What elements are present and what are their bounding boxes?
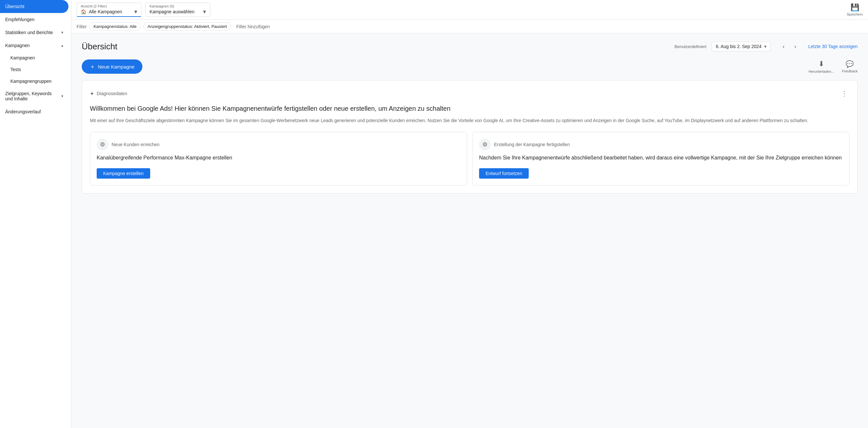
- topbar: Ansicht (2 Filter) 🏠 Alle Kampagnen ▾ Ka…: [71, 0, 868, 20]
- new-campaign-button[interactable]: ＋ Neue Kampagne: [82, 59, 143, 74]
- campaign-select-dropdown[interactable]: Kampagnen (0) Kampagne auswählen ▾: [145, 3, 210, 17]
- action-icons: ⬇ Herunterladen... 💬 Feedback: [809, 60, 858, 74]
- sidebar-sub-label: Kampagnen: [10, 55, 35, 60]
- sidebar-sub-label: Tests: [10, 67, 21, 72]
- dropdown1-value: Alle Kampagnen: [89, 9, 122, 14]
- add-filter-button[interactable]: Filter hinzufügen: [234, 23, 273, 31]
- date-range-picker[interactable]: 6. Aug bis 2. Sep 2024 ▾: [712, 41, 771, 51]
- feedback-label: Feedback: [842, 69, 858, 73]
- chevron-down-icon: ▾: [61, 30, 63, 35]
- sub-card-title-2: Nachdem Sie Ihre Kampagnenentwürfe absch…: [479, 154, 843, 162]
- diagnose-header: ✦ Diagnosedaten ⋮: [90, 88, 849, 99]
- chevron-down-icon: ▾: [61, 94, 63, 98]
- sidebar-item-label: Empfehlungen: [5, 17, 34, 22]
- feedback-button[interactable]: 💬 Feedback: [842, 60, 858, 73]
- dropdown-arrow-icon: ▾: [203, 8, 206, 15]
- date-picker-arrow-icon: ▾: [764, 44, 767, 49]
- dropdown-arrow-icon: ▾: [134, 8, 137, 15]
- diagnose-section-label: Diagnosedaten: [97, 91, 127, 96]
- sidebar-item-statistiken[interactable]: Statistiken und Berichte ▾: [0, 26, 68, 39]
- filter-label: Filter: [76, 24, 87, 29]
- sidebar: Übersicht Empfehlungen Statistiken und B…: [0, 0, 71, 428]
- chevron-up-icon: ▴: [61, 43, 63, 48]
- sub-card-new-customers: ⚙ Neue Kunden erreichen Kanalübergreifen…: [90, 132, 467, 185]
- save-icon: 💾: [850, 3, 859, 12]
- new-campaign-label: Neue Kampagne: [98, 64, 134, 69]
- sidebar-item-label: Zielgruppen, Keywords und Inhalte: [5, 91, 59, 101]
- last-30-days-link[interactable]: Letzte 30 Tage anzeigen: [808, 44, 858, 49]
- download-icon: ⬇: [818, 60, 824, 68]
- content-area: Übersicht Benutzerdefiniert 6. Aug bis 2…: [71, 33, 868, 428]
- plus-icon: ＋: [90, 63, 95, 70]
- home-icon: 🏠: [81, 9, 86, 14]
- more-options-button[interactable]: ⋮: [839, 88, 849, 99]
- sidebar-sub-item-tests[interactable]: Tests: [0, 64, 68, 75]
- filter-chip-anzeigengruppenstatus[interactable]: Anzeigengruppenstatus: Aktiviert, Pausie…: [143, 22, 231, 31]
- sub-card-finish-draft: ⚙ Erstellung der Kampagne fertigstellen …: [472, 132, 849, 185]
- sidebar-item-empfehlungen[interactable]: Empfehlungen: [0, 13, 68, 26]
- dropdown1-label: Ansicht (2 Filter): [81, 4, 137, 8]
- save-label: Speichern: [846, 12, 863, 16]
- sidebar-item-zielgruppen[interactable]: Zielgruppen, Keywords und Inhalte ▾: [0, 87, 68, 105]
- diagnose-card: ✦ Diagnosedaten ⋮ Willkommen bei Google …: [82, 80, 858, 194]
- date-custom-label: Benutzerdefiniert: [675, 44, 707, 49]
- sidebar-sub-item-kampagnen[interactable]: Kampagnen: [0, 52, 68, 64]
- diagnose-main-title: Willkommen bei Google Ads! Hier können S…: [90, 104, 849, 113]
- filterbar: Filter Kampagnenstatus: Alle Anzeigengru…: [71, 20, 868, 33]
- main-content: Ansicht (2 Filter) 🏠 Alle Kampagnen ▾ Ka…: [71, 0, 868, 428]
- dropdown-underline: [77, 16, 141, 17]
- sub-card-title-1: Kanalübergreifende Performance Max-Kampa…: [97, 154, 460, 162]
- sidebar-item-kampagnen[interactable]: Kampagnen ▴: [0, 39, 68, 52]
- download-label: Herunterladen...: [809, 69, 834, 74]
- sidebar-item-uebersicht[interactable]: Übersicht: [0, 0, 68, 13]
- diagnose-description: Mit einer auf Ihre Geschäftsziele abgest…: [90, 117, 849, 124]
- sub-card-icon-2: ⚙: [479, 139, 491, 150]
- save-button[interactable]: 💾 Speichern: [846, 3, 863, 16]
- sidebar-item-label: Statistiken und Berichte: [5, 30, 53, 35]
- sub-card-header-label-2: Erstellung der Kampagne fertigstellen: [494, 142, 569, 147]
- dropdown2-value: Kampagne auswählen: [150, 9, 195, 14]
- create-campaign-button[interactable]: Kampagne erstellen: [97, 168, 150, 179]
- continue-draft-button[interactable]: Entwurf fortsetzen: [479, 168, 529, 179]
- sidebar-sub-label: Kampagnengruppen: [10, 79, 52, 84]
- sidebar-sub-item-kampagnengruppen[interactable]: Kampagnengruppen: [0, 75, 68, 87]
- sidebar-item-aenderungsverlauf[interactable]: Änderungsverlauf: [0, 105, 68, 118]
- sub-cards-row: ⚙ Neue Kunden erreichen Kanalübergreifen…: [90, 132, 849, 185]
- sub-card-header-label-1: Neue Kunden erreichen: [112, 142, 160, 147]
- filter-chip-kampagnenstatus[interactable]: Kampagnenstatus: Alle: [89, 22, 141, 31]
- sidebar-item-label: Änderungsverlauf: [5, 109, 41, 114]
- download-button[interactable]: ⬇ Herunterladen...: [809, 60, 834, 74]
- sidebar-item-label: Kampagnen: [5, 43, 30, 48]
- action-row: ＋ Neue Kampagne ⬇ Herunterladen... 💬 Fee…: [82, 59, 858, 74]
- sidebar-item-label: Übersicht: [5, 4, 24, 9]
- sub-card-icon-1: ⚙: [97, 139, 108, 150]
- sparkle-icon: ✦: [90, 91, 94, 97]
- all-campaigns-dropdown[interactable]: Ansicht (2 Filter) 🏠 Alle Kampagnen ▾: [76, 3, 142, 17]
- date-range-value: 6. Aug bis 2. Sep 2024: [716, 44, 762, 49]
- date-next-button[interactable]: ›: [790, 41, 801, 52]
- page-title: Übersicht: [82, 41, 670, 52]
- date-prev-button[interactable]: ‹: [778, 41, 789, 52]
- date-navigation: ‹ ›: [778, 41, 801, 52]
- dropdown2-label: Kampagnen (0): [150, 4, 206, 8]
- feedback-icon: 💬: [846, 60, 854, 68]
- page-header: Übersicht Benutzerdefiniert 6. Aug bis 2…: [82, 41, 858, 52]
